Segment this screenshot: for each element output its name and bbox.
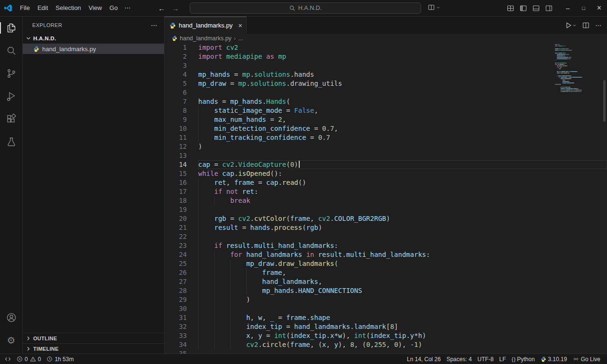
code-line[interactable]: 30 (165, 304, 607, 313)
restore-button[interactable]: □ (576, 0, 591, 17)
line-number[interactable]: 16 (165, 178, 187, 187)
code-line[interactable]: 11 min_tracking_confidence = 0.7 (165, 133, 607, 142)
eol-setting[interactable]: LF (497, 354, 509, 364)
code-line[interactable]: 16 ret, frame = cap.read() (165, 178, 607, 187)
line-number[interactable]: 32 (165, 322, 187, 331)
code-line[interactable]: 21 result = hands.process(rgb) (165, 223, 607, 232)
code-line[interactable]: 9 max_num_hands = 2, (165, 115, 607, 124)
line-number[interactable]: 14 (165, 160, 187, 169)
explorer-more-actions[interactable]: ⋯ (151, 21, 157, 29)
settings-gear-icon[interactable]: ⚙ (0, 329, 23, 352)
code-line[interactable]: 28 mp_hands.HAND_CONNECTIONS (165, 286, 607, 295)
line-number[interactable]: 33 (165, 331, 187, 340)
line-number[interactable]: 10 (165, 124, 187, 133)
scrollbar-thumb[interactable] (603, 80, 606, 122)
code-line[interactable]: 15while cap.isOpened(): (165, 169, 607, 178)
extensions-icon[interactable] (0, 108, 23, 130)
python-interpreter[interactable]: 3.10.19 (538, 354, 570, 364)
code-line[interactable]: 26 frame, (165, 268, 607, 277)
line-number[interactable]: 1 (165, 43, 187, 52)
line-number[interactable]: 22 (165, 232, 187, 241)
line-number[interactable]: 19 (165, 205, 187, 214)
explorer-icon[interactable] (0, 17, 23, 39)
close-button[interactable]: × (591, 0, 607, 17)
split-editor-icon[interactable] (582, 22, 589, 29)
code-line[interactable]: 8 static_image_mode = False, (165, 106, 607, 115)
line-number[interactable]: 7 (165, 97, 187, 106)
session-timer[interactable]: 1h 53m (44, 354, 76, 364)
code-line[interactable]: 20 rgb = cv2.cvtColor(frame, cv2.COLOR_B… (165, 214, 607, 223)
line-number[interactable]: 29 (165, 295, 187, 304)
code-line[interactable]: 5mp_draw = mp.solutions.drawing_utils (165, 79, 607, 88)
code-line[interactable]: 3 (165, 61, 607, 70)
code-line[interactable]: 27 hand_landmarks, (165, 277, 607, 286)
line-number[interactable]: 34 (165, 340, 187, 349)
toggle-panel-icon[interactable] (533, 5, 540, 12)
line-number[interactable]: 26 (165, 268, 187, 277)
menu-view[interactable]: View (85, 2, 106, 14)
line-number[interactable]: 35 (165, 349, 187, 354)
minimize-button[interactable]: – (560, 0, 576, 17)
code-line[interactable]: 25 mp_draw.draw_landmarks( (165, 259, 607, 268)
line-number[interactable]: 21 (165, 223, 187, 232)
language-mode[interactable]: { } Python (509, 354, 538, 364)
back-arrow-icon[interactable]: ← (158, 4, 165, 12)
editor-more-actions[interactable]: ⋯ (595, 22, 601, 29)
run-debug-icon[interactable] (0, 85, 23, 108)
code-line[interactable]: 6 (165, 88, 607, 97)
menu-file[interactable]: File (16, 2, 34, 14)
window-layout-dropdown[interactable] (428, 4, 441, 11)
line-number[interactable]: 31 (165, 313, 187, 322)
line-number[interactable]: 6 (165, 88, 187, 97)
code-line[interactable]: 17 if not ret: (165, 187, 607, 196)
menu-go[interactable]: Go (106, 2, 121, 14)
menubar-more-icon[interactable]: ⋯ (121, 2, 133, 14)
problems-indicator[interactable]: 0 0 (14, 354, 44, 364)
code-line[interactable]: 12) (165, 142, 607, 151)
encoding-setting[interactable]: UTF-8 (475, 354, 497, 364)
file-item[interactable]: hand_landmarks.py (23, 44, 164, 54)
accounts-icon[interactable] (0, 306, 23, 329)
go-live-button[interactable]: Go Live (570, 354, 603, 364)
cursor-position[interactable]: Ln 14, Col 26 (404, 354, 443, 364)
sidebar-section-timeline[interactable]: TIMELINE (23, 343, 164, 354)
breadcrumb-file[interactable]: hand_landmarks.py (180, 35, 231, 42)
line-number[interactable]: 15 (165, 169, 187, 178)
source-control-icon[interactable] (0, 62, 23, 85)
line-number[interactable]: 18 (165, 196, 187, 205)
menu-selection[interactable]: Selection (52, 2, 84, 14)
code-line[interactable]: 33 x, y = int(index_tip.x*w), int(index_… (165, 331, 607, 340)
code-line[interactable]: 29 ) (165, 295, 607, 304)
indentation-setting[interactable]: Spaces: 4 (443, 354, 474, 364)
line-number[interactable]: 8 (165, 106, 187, 115)
line-number[interactable]: 2 (165, 52, 187, 61)
customize-layout-icon[interactable] (507, 5, 514, 12)
sidebar-section-outline[interactable]: OUTLINE (23, 333, 164, 343)
code-line[interactable]: 31 h, w, _ = frame.shape (165, 313, 607, 322)
code-line[interactable]: 18 break (165, 196, 607, 205)
line-number[interactable]: 25 (165, 259, 187, 268)
run-python-file-button[interactable] (565, 22, 577, 29)
code-line[interactable]: 19 (165, 205, 607, 214)
toggle-primary-sidebar-icon[interactable] (520, 5, 527, 12)
line-number[interactable]: 23 (165, 241, 187, 250)
code-line[interactable]: 22 (165, 232, 607, 241)
line-number[interactable]: 3 (165, 61, 187, 70)
forward-arrow-icon[interactable]: → (172, 4, 179, 12)
command-center-search[interactable]: H.A.N.D. (190, 2, 421, 14)
toggle-secondary-sidebar-icon[interactable] (545, 5, 552, 12)
line-number[interactable]: 17 (165, 187, 187, 196)
explorer-root-folder[interactable]: H.A.N.D. (23, 33, 164, 44)
code-line[interactable]: 1import cv2 (165, 43, 607, 52)
code-line[interactable]: 14cap = cv2.VideoCapture(0) (165, 160, 607, 169)
minimap[interactable] (555, 44, 600, 354)
code-line[interactable]: 13 (165, 151, 607, 160)
line-number[interactable]: 30 (165, 304, 187, 313)
tab-hand-landmarks[interactable]: hand_landmarks.py × (165, 17, 247, 34)
code-line[interactable]: 32 index_tip = hand_landmarks.landmark[8… (165, 322, 607, 331)
code-line[interactable]: 23 if result.multi_hand_landmarks: (165, 241, 607, 250)
line-number[interactable]: 13 (165, 151, 187, 160)
line-number[interactable]: 11 (165, 133, 187, 142)
line-number[interactable]: 27 (165, 277, 187, 286)
code-line[interactable]: 4mp_hands = mp.solutions.hands (165, 70, 607, 79)
